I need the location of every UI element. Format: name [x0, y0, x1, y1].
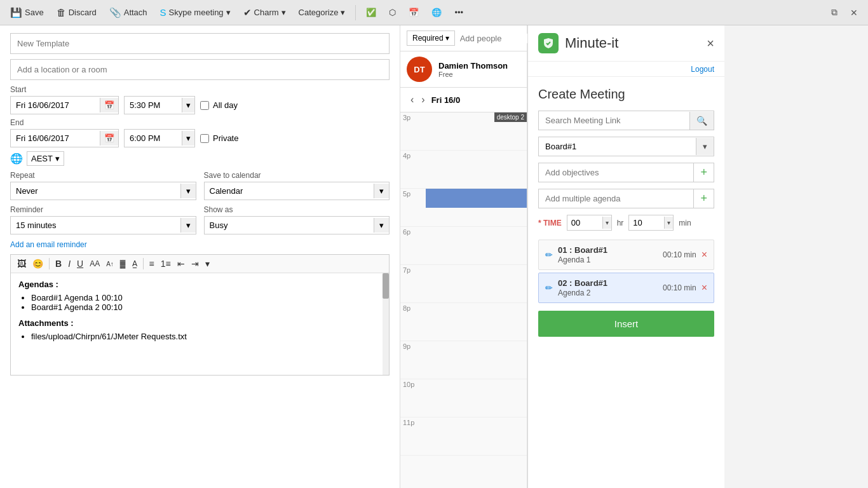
time-label-11p: 11p: [400, 417, 426, 455]
insert-button[interactable]: Insert: [538, 311, 714, 337]
end-section: End 📅 6:00 PM ▾ Private: [10, 118, 390, 147]
cal-prev-button[interactable]: ‹: [407, 93, 417, 107]
agenda-2-delete-button[interactable]: ×: [702, 282, 707, 294]
end-date-wrap: 📅: [10, 129, 119, 147]
insert-image-btn[interactable]: 🖼: [15, 257, 29, 270]
agenda-2-edit-button[interactable]: ✏: [545, 283, 553, 293]
tool3-button[interactable]: 🌐: [426, 5, 447, 20]
repeat-label: Repeat: [10, 171, 196, 180]
more-format-btn[interactable]: ▾: [203, 257, 212, 270]
time-min-select[interactable]: 10 15 30: [629, 215, 664, 230]
repeat-select[interactable]: Never: [11, 182, 180, 200]
time-bar-7p: [426, 265, 527, 302]
charm-button[interactable]: ✔ Charm ▾: [238, 4, 291, 21]
italic-btn[interactable]: I: [65, 257, 73, 270]
attachment-item-1: files/upload/Chirpn/61/JMeter Requests.t…: [31, 332, 381, 341]
time-label-10p: 10p: [400, 379, 426, 417]
cal-next-button[interactable]: ›: [417, 93, 428, 107]
attachments-heading: Attachments :: [18, 318, 74, 328]
more-button[interactable]: •••: [449, 5, 468, 20]
highlight-btn[interactable]: ▓: [118, 258, 128, 269]
separator: [355, 5, 356, 20]
close-window-button[interactable]: ✕: [845, 5, 863, 20]
tool1-button[interactable]: ⬡: [384, 5, 401, 20]
time-slot-3p: 3p desktop 2: [400, 112, 527, 151]
timezone-select[interactable]: AEST ▾: [27, 151, 64, 166]
showas-select[interactable]: Busy: [205, 217, 374, 234]
private-wrap: Private: [200, 133, 238, 143]
end-date-input[interactable]: [11, 130, 100, 147]
search-input[interactable]: [539, 111, 689, 130]
maximize-button[interactable]: ⧉: [826, 4, 843, 20]
skype-label: Skype meeting: [169, 8, 224, 17]
font-grow-btn[interactable]: A↑: [104, 259, 116, 269]
savecal-select[interactable]: Calendar: [205, 182, 374, 200]
required-row: Required ▾: [407, 30, 520, 46]
time-bar-8p: [426, 303, 527, 341]
minuteit-logo: [538, 33, 559, 53]
attach-button[interactable]: 📎 Attach: [104, 4, 153, 21]
objectives-input[interactable]: [539, 163, 693, 182]
private-checkbox[interactable]: [200, 134, 209, 143]
numbered-list-btn[interactable]: 1≡: [158, 257, 173, 270]
repeat-section: Repeat Never ▾: [10, 171, 196, 200]
email-reminder-link[interactable]: Add an email reminder: [10, 240, 87, 249]
private-label: Private: [213, 133, 238, 143]
insert-emoji-btn[interactable]: 😊: [30, 257, 46, 270]
time-slot-10p: 10p: [400, 379, 527, 417]
editor-body[interactable]: Agendas : Board#1 Agenda 1 00:10 Board#1…: [11, 273, 389, 375]
underline-btn[interactable]: U: [74, 257, 86, 270]
minuteit-close-button[interactable]: ×: [707, 36, 714, 51]
reminder-section: Reminder 15 minutes ▾: [10, 205, 196, 234]
charm-label: Charm: [254, 8, 279, 17]
indent-less-btn[interactable]: ⇤: [175, 257, 187, 270]
tool2-button[interactable]: 📅: [403, 5, 424, 20]
bold-btn[interactable]: B: [53, 257, 64, 270]
reminder-showas-row: Reminder 15 minutes ▾ Show as Busy ▾: [10, 205, 390, 234]
discard-label: Discard: [69, 8, 97, 17]
time-hr-select[interactable]: 00 01: [567, 215, 602, 230]
cal-header: ‹ › Fri 16/0: [400, 88, 527, 112]
time-label-3p: 3p: [400, 112, 426, 150]
bullet-list-btn[interactable]: ≡: [147, 257, 157, 270]
board-select[interactable]: Board#1 Board#2: [539, 137, 696, 156]
font-color-btn[interactable]: A̲: [130, 258, 140, 269]
agenda-input[interactable]: [539, 189, 693, 208]
reminder-select[interactable]: 15 minutes: [11, 217, 180, 234]
start-date-input[interactable]: [11, 97, 100, 114]
showas-arrow: ▾: [374, 218, 389, 233]
search-icon[interactable]: 🔍: [689, 112, 714, 130]
showas-section: Show as Busy ▾: [204, 205, 390, 234]
add-agenda-button[interactable]: +: [693, 189, 714, 208]
time-min-arrow: ▾: [664, 217, 673, 229]
logout-link[interactable]: Logout: [691, 65, 714, 74]
location-input[interactable]: [10, 59, 390, 80]
agenda-1-edit-button[interactable]: ✏: [545, 250, 553, 260]
reminder-label: Reminder: [10, 205, 196, 214]
categorize-button[interactable]: Categorize ▾: [294, 5, 351, 20]
discard-button[interactable]: 🗑 Discard: [51, 4, 102, 20]
allday-checkbox[interactable]: [200, 101, 209, 110]
globe-icon: 🌐: [10, 152, 23, 165]
charm-icon: ✔: [243, 7, 252, 18]
checklist-button[interactable]: ✅: [361, 5, 381, 20]
template-input[interactable]: [10, 33, 390, 54]
end-date-picker[interactable]: 📅: [100, 131, 118, 146]
create-meeting-title: Create Meeting: [538, 87, 714, 102]
editor-scrollbar[interactable]: [383, 273, 389, 375]
start-date-picker[interactable]: 📅: [100, 98, 118, 112]
required-button[interactable]: Required ▾: [407, 30, 455, 46]
desktop-label: desktop 2: [494, 112, 527, 122]
start-time-select[interactable]: 5:30 PM: [125, 97, 182, 114]
add-objectives-button[interactable]: +: [693, 163, 714, 182]
font-size-btn[interactable]: AA: [87, 258, 102, 269]
save-button[interactable]: 💾 Save: [5, 4, 49, 21]
agenda-1-delete-button[interactable]: ×: [702, 249, 707, 261]
indent-more-btn[interactable]: ⇥: [189, 257, 201, 270]
ed-sep1: [49, 258, 50, 269]
agendas-section: Agendas : Board#1 Agenda 1 00:10 Board#1…: [18, 280, 381, 312]
agenda-list: ✏ 01 : Board#1 Agenda 1 00:10 min × ✏ 02…: [538, 240, 714, 303]
hr-label: hr: [617, 219, 624, 227]
skype-button[interactable]: S Skype meeting ▾: [155, 4, 236, 20]
end-time-select[interactable]: 6:00 PM: [125, 130, 182, 147]
